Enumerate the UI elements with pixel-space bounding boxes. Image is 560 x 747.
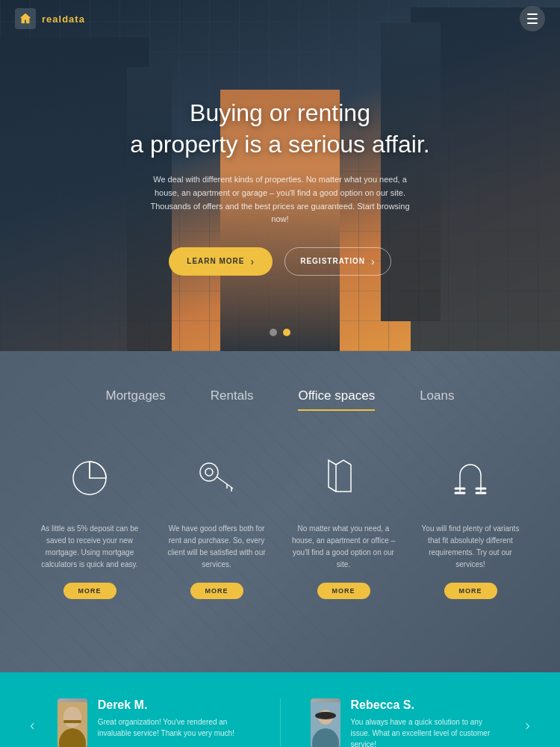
svg-point-3 [205,468,213,476]
testimonial-text-1: Great organization! You've rendered an i… [98,716,250,739]
service-card-rentals: We have good offers both for rent and pu… [157,448,276,599]
carousel-dots [270,329,290,336]
service-desc-mortgages: As little as 5% deposit can be saved to … [37,523,142,571]
more-button-loans[interactable]: MORE [444,583,497,599]
hero-buttons: LEARN MORE › REGISTRATION › [130,247,429,276]
avatar-rebecca [311,698,340,747]
svg-rect-15 [63,720,81,723]
service-desc-office: No matter what you need, a house, an apa… [291,523,396,571]
hero-content: Buying or renting a property is a seriou… [70,98,489,276]
horseshoe-icon [441,448,500,508]
key-icon [187,448,246,508]
svg-line-4 [217,477,233,489]
hero-subtitle: We deal with different kinds of properti… [146,173,414,226]
services-section: Mortgages Rentals Office spaces Loans As… [0,351,560,672]
service-desc-loans: You will find plenty of variants that fi… [418,523,523,571]
testimonial-name-1: Derek M. [98,698,250,712]
dot-2[interactable] [283,329,290,336]
arrow-right-icon: › [251,255,255,267]
pie-chart-icon [60,448,119,508]
more-button-mortgages[interactable]: MORE [63,583,116,599]
testimonial-text-area-1: Derek M. Great organization! You've rend… [98,698,250,747]
testimonial-item-1: Derek M. Great organization! You've rend… [57,698,250,747]
logo-icon [15,8,36,29]
testimonials-divider [280,698,281,747]
next-arrow-button[interactable]: › [517,716,538,734]
testimonials-section: ‹ Derek M. Great organization! You've re… [0,672,560,747]
testimonial-text-2: You always have a quick solution to any … [351,716,503,747]
book-icon [314,448,373,508]
tab-rentals[interactable]: Rentals [211,388,254,411]
hero-title: Buying or renting a property is a seriou… [130,98,429,160]
hero-section: realdata Buying or renting a property is… [0,0,560,351]
service-desc-rentals: We have good offers both for rent and pu… [164,523,269,571]
testimonial-name-2: Rebecca S. [351,698,503,712]
prev-arrow-button[interactable]: ‹ [22,716,43,734]
hamburger-icon [527,13,538,24]
tab-office-spaces[interactable]: Office spaces [298,388,375,411]
logo-text: realdata [42,13,85,25]
tab-loans[interactable]: Loans [420,388,454,411]
tab-mortgages[interactable]: Mortgages [106,388,166,411]
logo: realdata [15,8,85,29]
learn-more-button[interactable]: LEARN MORE › [169,247,273,276]
more-button-office[interactable]: MORE [317,583,370,599]
home-icon [19,12,32,25]
dot-1[interactable] [270,329,277,336]
testimonial-item-2: Rebecca S. You always have a quick solut… [311,698,503,747]
menu-button[interactable] [520,6,545,31]
services-content: Mortgages Rentals Office spaces Loans As… [0,351,560,629]
services-cards: As little as 5% deposit can be saved to … [30,448,530,599]
svg-point-19 [315,712,336,719]
arrow-right-icon-2: › [371,255,376,267]
registration-button[interactable]: REGISTRATION › [284,247,391,276]
testimonial-text-area-2: Rebecca S. You always have a quick solut… [351,698,503,747]
service-card-office: No matter what you need, a house, an apa… [284,448,403,599]
navbar: realdata [0,0,560,37]
testimonials-list: Derek M. Great organization! You've rend… [57,698,503,747]
more-button-rentals[interactable]: MORE [190,583,243,599]
service-card-mortgages: As little as 5% deposit can be saved to … [30,448,149,599]
services-tabs: Mortgages Rentals Office spaces Loans [30,388,530,411]
service-card-loans: You will find plenty of variants that fi… [411,448,530,599]
svg-point-2 [200,463,218,481]
avatar-derek [57,698,87,747]
